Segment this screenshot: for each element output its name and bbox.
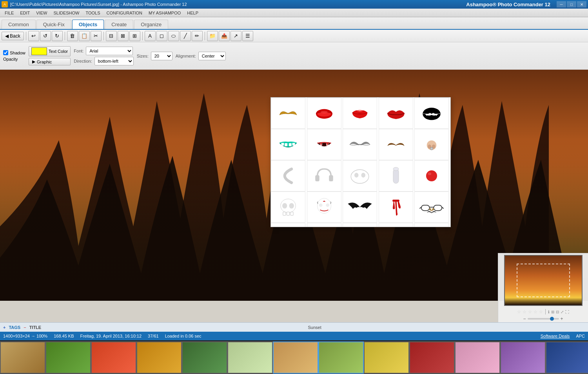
undo-button[interactable]: ↩ (28, 31, 39, 41)
thumb-9[interactable] (364, 341, 409, 374)
grid-btn[interactable]: ⊞ (551, 310, 554, 314)
sizes-select[interactable]: 20 16 24 32 (151, 52, 172, 60)
picker-item-batman-mouth[interactable] (414, 98, 449, 129)
picker-item-mustache-brown[interactable] (379, 129, 413, 160)
software-deals[interactable]: Software Deals (541, 334, 570, 338)
picker-item-mask-white[interactable] (343, 160, 377, 192)
fit-btn[interactable]: ⤢ (561, 310, 564, 314)
thumb-5[interactable] (182, 341, 227, 374)
align-right-button[interactable]: ⊠ (118, 31, 129, 41)
picker-item-headphones[interactable] (307, 160, 341, 192)
full-btn[interactable]: ⛶ (565, 310, 569, 314)
picker-item-blood-drip[interactable] (379, 192, 413, 223)
zoom-handle[interactable] (550, 317, 554, 321)
menu-item-help[interactable]: HELP (184, 10, 201, 16)
thumb-4[interactable] (136, 341, 182, 374)
picker-item-nose-stud[interactable] (414, 129, 449, 160)
thumb-10[interactable] (409, 341, 455, 374)
menu-bar: FILEEDITVIEWSLIDESHOWTOOLSCONFIGURATIONM… (0, 9, 588, 17)
minimize-button[interactable]: ─ (557, 1, 566, 7)
zoom-in-btn[interactable]: + (561, 316, 563, 322)
menu-item-tools[interactable]: TOOLS (82, 10, 103, 16)
picker-item-lips-red-3[interactable] (379, 98, 413, 129)
menu-item-edit[interactable]: EDIT (17, 10, 33, 16)
picker-item-wings[interactable] (343, 192, 377, 223)
thumb-6[interactable] (227, 341, 273, 374)
menu-item-configuration[interactable]: CONFIGURATION (103, 10, 145, 16)
star-4[interactable]: ☆ (534, 309, 537, 314)
picker-item-pearl[interactable] (343, 223, 377, 227)
close-button[interactable]: ✕ (577, 1, 586, 7)
picker-item-glasses-simple[interactable] (271, 223, 305, 227)
menu-item-slideshow[interactable]: SLIDESHOW (50, 10, 82, 16)
graphic-button[interactable]: ▶ Graphic (29, 58, 71, 65)
line-tool-button[interactable]: ╱ (180, 31, 191, 41)
picker-item-lips-brown[interactable] (414, 223, 449, 227)
align-left-button[interactable]: ⊟ (106, 31, 117, 41)
thumb-8[interactable] (318, 341, 364, 374)
zoom-slider[interactable] (528, 318, 559, 320)
align-center-button[interactable]: ⊞ (129, 31, 140, 41)
cut-button[interactable]: ✂ (91, 31, 102, 41)
maximize-button[interactable]: □ (567, 1, 576, 7)
picker-item-mustache-gray[interactable] (343, 129, 377, 160)
picker-item-bracket-left[interactable] (271, 160, 305, 192)
tab-common[interactable]: Common (2, 20, 36, 29)
picker-item-glasses-nerdy[interactable] (414, 192, 449, 223)
thumb-12[interactable] (500, 341, 546, 374)
arrow-button[interactable]: ↗ (230, 31, 241, 41)
picker-item-lips-red-2[interactable] (343, 98, 377, 129)
pencil-tool-button[interactable]: ✏ (192, 31, 203, 41)
star-1[interactable]: ☆ (517, 309, 521, 314)
alignment-select[interactable]: Center Left Right (198, 52, 226, 60)
copy-button[interactable]: 📋 (79, 31, 90, 41)
font-group: Font: Arial Times New Roman Verdana Dire… (74, 47, 133, 65)
ellipse-tool-button[interactable]: ⬭ (168, 31, 179, 41)
direction-select[interactable]: bottom-left bottom-right top-left top-ri… (94, 57, 134, 65)
tab-quick-fix[interactable]: Quick-Fix (36, 20, 71, 29)
minus-icon[interactable]: − (24, 325, 26, 330)
picker-item-glasses-round[interactable] (307, 223, 341, 227)
text-tool-button[interactable]: A (145, 31, 156, 41)
zoom-out-btn[interactable]: − (523, 316, 526, 322)
svg-point-25 (428, 172, 432, 175)
thumb-11[interactable] (455, 341, 500, 374)
thumb-7[interactable] (273, 341, 318, 374)
back-button[interactable]: ◀ Back (2, 32, 24, 40)
open-button[interactable]: 📁 (207, 31, 218, 41)
thumb-1[interactable] (0, 341, 45, 374)
tab-create[interactable]: Create (105, 20, 133, 29)
delete-button[interactable]: 🗑 (67, 31, 78, 41)
picker-item-skull[interactable] (271, 192, 305, 223)
picker-item-mustache-gold[interactable] (271, 98, 305, 129)
tab-objects[interactable]: Objects (72, 20, 104, 29)
menu-item-my ashampoo[interactable]: MY ASHAMPOO (145, 10, 184, 16)
plus-icon[interactable]: + (3, 325, 5, 330)
redo-left-button[interactable]: ↺ (40, 31, 51, 41)
thumb-2[interactable] (45, 341, 91, 374)
star-2[interactable]: ☆ (523, 309, 526, 314)
picker-item-pillar[interactable] (379, 160, 413, 192)
export-button[interactable]: 📤 (219, 31, 230, 41)
text-color-button[interactable]: Text Color (29, 46, 71, 56)
picker-item-guy-fawkes[interactable] (307, 192, 341, 223)
thumb-3[interactable] (91, 341, 136, 374)
star-3[interactable]: ☆ (528, 309, 532, 314)
menu-item-view[interactable]: VIEW (33, 10, 50, 16)
menu-button[interactable]: ☰ (242, 31, 253, 41)
rect-tool-button[interactable]: ◻ (156, 31, 167, 41)
picker-item-red-nose[interactable] (414, 160, 449, 192)
menu-item-file[interactable]: FILE (2, 10, 17, 16)
picker-item-mustache-dark[interactable] (379, 223, 413, 227)
compare-btn[interactable]: ⊟ (556, 310, 559, 314)
font-select[interactable]: Arial Times New Roman Verdana (86, 47, 133, 55)
tab-organize[interactable]: Organize (134, 20, 168, 29)
picker-item-vampire-mouth[interactable] (307, 129, 341, 160)
picker-item-lips-red-1[interactable] (307, 98, 341, 129)
thumb-13[interactable] (546, 341, 588, 374)
star-5[interactable]: ☆ (539, 309, 543, 314)
redo-right-button[interactable]: ↻ (52, 31, 63, 41)
info-btn[interactable]: ℹ (548, 310, 550, 314)
picker-item-monster-mouth[interactable] (271, 129, 305, 160)
shadow-checkbox[interactable] (3, 50, 8, 55)
